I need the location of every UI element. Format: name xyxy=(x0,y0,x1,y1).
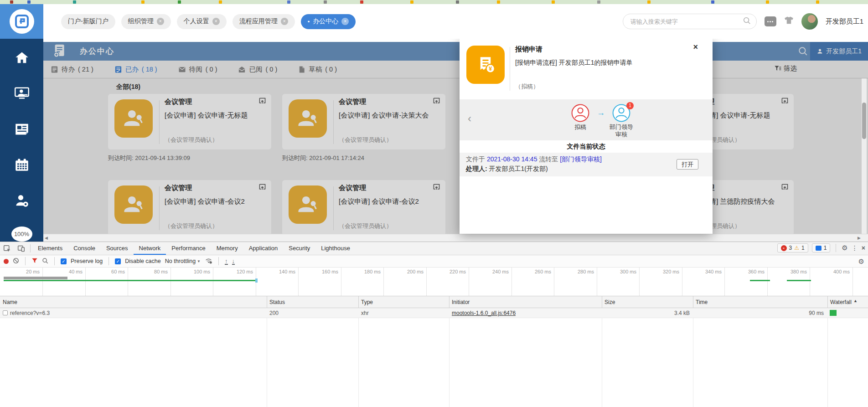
scrollbar-thumb[interactable] xyxy=(862,103,866,139)
console-errors-chip[interactable]: × 3 ⚠ 1 xyxy=(777,243,808,252)
throttling-select[interactable]: No throttling ▼ xyxy=(165,258,201,264)
flow-arrow-icon: → xyxy=(597,108,605,118)
export-har-icon[interactable]: ↓ xyxy=(232,258,235,265)
bookmark-favicon xyxy=(766,0,769,4)
bookmark-favicon xyxy=(178,0,181,4)
close-icon[interactable]: × xyxy=(693,42,698,52)
theme-shirt-icon[interactable] xyxy=(784,16,794,27)
devtools-tab-performance[interactable]: Performance xyxy=(166,242,211,255)
person-settings-icon[interactable] xyxy=(15,194,29,209)
person-monitor-icon[interactable] xyxy=(15,87,29,102)
col-header-initiator[interactable]: Initiator xyxy=(452,299,470,305)
device-toolbar-icon[interactable] xyxy=(14,245,28,252)
network-conditions-icon[interactable] xyxy=(205,257,212,265)
home-icon[interactable] xyxy=(15,52,29,66)
import-har-icon[interactable]: ↑ xyxy=(225,258,228,265)
caret-down-icon: ▼ xyxy=(197,259,201,263)
disable-cache-label[interactable]: Disable cache xyxy=(125,258,161,264)
timeline-tick: 200 ms xyxy=(397,269,424,274)
search-network-icon[interactable] xyxy=(42,258,48,265)
bookmark-favicon xyxy=(816,0,819,4)
disable-cache-checkbox[interactable]: ✓ xyxy=(115,258,121,264)
col-header-size[interactable]: Size xyxy=(604,299,615,305)
request-name[interactable]: reference?v=6.3 xyxy=(10,310,50,316)
devtools-panel: Elements Console Sources Network Perform… xyxy=(0,242,868,407)
calendar-icon[interactable] xyxy=(15,158,29,173)
search-icon[interactable] xyxy=(743,16,751,26)
workflow-step-draft[interactable]: 拟稿 xyxy=(566,104,595,131)
devtools-tab-memory[interactable]: Memory xyxy=(211,242,243,255)
devtools-tab-network[interactable]: Network xyxy=(134,242,166,255)
devtools-tab-sources[interactable]: Sources xyxy=(101,242,134,255)
zoom-level-bubble[interactable]: 100% xyxy=(11,227,32,242)
col-header-waterfall[interactable]: Waterfall xyxy=(830,299,852,305)
close-tab-icon[interactable]: × xyxy=(281,18,288,25)
error-count: 3 xyxy=(789,245,792,251)
devtools-close-icon[interactable]: × xyxy=(862,244,865,252)
flow-target-link[interactable]: [部门领导审核] xyxy=(560,155,602,163)
devtools-tab-lighthouse[interactable]: Lighthouse xyxy=(315,242,356,255)
preserve-log-label[interactable]: Preserve log xyxy=(71,258,103,264)
global-search xyxy=(623,14,757,29)
open-button[interactable]: 打开 xyxy=(677,159,698,170)
portal-tab-office-center[interactable]: • 办公中心 × xyxy=(301,14,356,29)
filter-icon[interactable] xyxy=(31,258,38,265)
app-logo[interactable] xyxy=(0,4,43,39)
handler-value: 开发部员工1(开发部) xyxy=(489,165,548,172)
network-settings-icon[interactable]: ⚙ xyxy=(858,258,864,266)
inspect-element-icon[interactable] xyxy=(0,245,14,252)
col-header-status[interactable]: Status xyxy=(269,299,285,305)
close-tab-icon[interactable]: × xyxy=(212,18,220,25)
popup-title: 报销申请 xyxy=(515,45,542,54)
devtools-menu-icon[interactable]: ⋮ xyxy=(852,244,858,252)
workflow-steps: 拟稿 → 1 部门领导审核 xyxy=(566,104,636,138)
portal-tab-personal[interactable]: 个人设置 × xyxy=(177,14,227,29)
col-header-type[interactable]: Type xyxy=(361,299,373,305)
devt ools-tab-console[interactable]: Console xyxy=(68,242,101,255)
devtools-tab-bar: Elements Console Sources Network Perform… xyxy=(0,242,868,255)
portal-tab-org[interactable]: 组织管理 × xyxy=(121,14,171,29)
app-header: 门户-新版门户 组织管理 × 个人设置 × 流程应用管理 × • 办公中心 × xyxy=(43,4,868,39)
bookmark-favicon xyxy=(360,0,363,4)
workflow-step-leader-review[interactable]: 1 部门领导审核 xyxy=(607,104,636,138)
timeline-tick: 20 ms xyxy=(13,269,40,274)
col-header-name[interactable]: Name xyxy=(3,299,17,305)
timeline-tick: 100 ms xyxy=(184,269,210,274)
chevron-left-icon[interactable]: ‹ xyxy=(468,112,471,125)
close-tab-icon[interactable]: × xyxy=(157,18,164,25)
close-tab-icon[interactable]: × xyxy=(341,18,349,25)
news-icon[interactable] xyxy=(15,123,29,137)
bookmark-favicon xyxy=(456,0,459,4)
current-status-title: 文件当前状态 xyxy=(460,143,713,151)
search-input[interactable] xyxy=(630,18,743,25)
scroll-left-icon[interactable]: ◀ xyxy=(45,236,48,240)
timeline-tick: 260 ms xyxy=(525,269,551,274)
portal-tab-label: 组织管理 xyxy=(128,17,154,26)
request-initiator-link[interactable]: mootools-1.6.0_all.js:6476 xyxy=(452,310,516,316)
bookmark-favicon xyxy=(10,0,13,4)
scroll-right-icon[interactable]: ▶ xyxy=(858,236,861,240)
user-name: 开发部员工1 xyxy=(826,17,863,26)
vertical-scrollbar[interactable] xyxy=(862,78,867,234)
preserve-log-checkbox[interactable]: ✓ xyxy=(61,258,67,264)
network-overview-timeline[interactable]: 20 ms 40 ms 60 ms 80 ms 100 ms 120 ms 14… xyxy=(0,268,868,296)
record-icon[interactable] xyxy=(4,259,9,264)
timeline-tick: 160 ms xyxy=(312,269,338,274)
portal-tab-label: 个人设置 xyxy=(184,17,209,26)
issues-chip[interactable]: 1 xyxy=(812,243,831,252)
portal-tab-workflow[interactable]: 流程应用管理 × xyxy=(232,14,295,29)
flow-time-link[interactable]: 2021-08-30 14:45 xyxy=(487,155,537,163)
horizontal-scrollbar[interactable]: ◀ ▶ xyxy=(43,234,868,242)
devtools-tab-application[interactable]: Application xyxy=(243,242,284,255)
clear-icon[interactable] xyxy=(13,258,19,265)
portal-tab-home[interactable]: 门户-新版门户 xyxy=(61,14,115,29)
col-header-time[interactable]: Time xyxy=(696,299,708,305)
messages-icon[interactable] xyxy=(765,16,776,26)
portal-tab-bar: 门户-新版门户 组织管理 × 个人设置 × 流程应用管理 × • 办公中心 × xyxy=(61,14,356,29)
devtools-settings-icon[interactable]: ⚙ xyxy=(842,244,847,252)
request-row[interactable]: reference?v=6.3 200 xhr mootools-1.6.0_a… xyxy=(0,308,868,318)
user-avatar[interactable] xyxy=(801,13,818,30)
devtools-tab-security[interactable]: Security xyxy=(283,242,315,255)
devtools-tab-elements[interactable]: Elements xyxy=(32,242,68,255)
bookmark-favicon xyxy=(410,0,413,4)
